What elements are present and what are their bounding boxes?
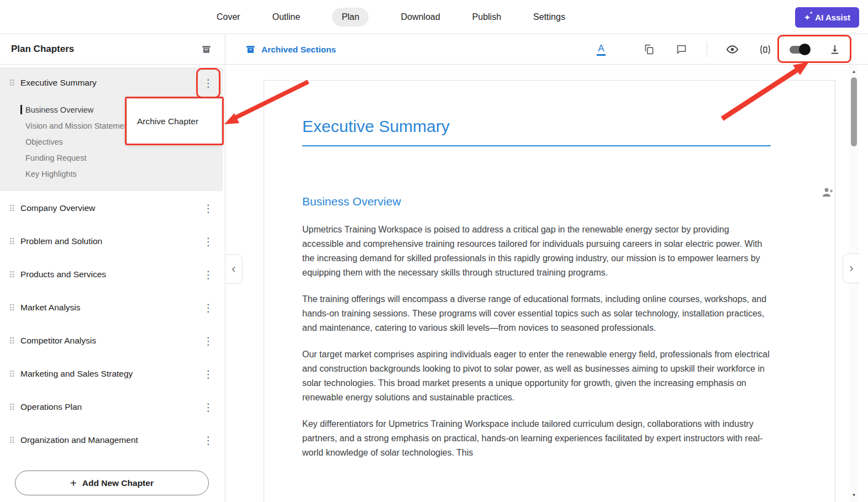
drag-handle-icon[interactable]: ⠿	[9, 304, 15, 312]
tab-download[interactable]: Download	[401, 12, 440, 22]
chapter-label: Marketing and Sales Strategy	[20, 369, 202, 379]
drag-handle-icon[interactable]: ⠿	[9, 403, 15, 411]
page-layout-icon[interactable]	[756, 34, 775, 65]
nav-tabs: Cover Outline Plan Download Publish Sett…	[217, 0, 565, 34]
sidebar-header: Plan Chapters	[0, 34, 225, 65]
top-navigation: Cover Outline Plan Download Publish Sett…	[0, 0, 868, 34]
text-color-icon[interactable]: A	[592, 34, 611, 65]
ai-assist-button[interactable]: ✦✦ AI Assist	[795, 7, 859, 28]
chapter-label: Organization and Management	[20, 435, 202, 445]
kebab-menu-icon[interactable]: ⋮	[202, 303, 215, 313]
mode-toggle-switch[interactable]	[787, 34, 812, 65]
chapter-label: Competitor Analysis	[20, 336, 202, 346]
drag-handle-icon[interactable]: ⠿	[9, 436, 15, 445]
drag-handle-icon[interactable]: ⠿	[9, 370, 15, 378]
chapter-list: ⠿ Company Overview ⋮ ⠿ Problem and Solut…	[0, 192, 223, 457]
chapter-label: Problem and Solution	[20, 236, 202, 246]
tab-plan[interactable]: Plan	[332, 8, 369, 27]
kebab-menu-icon[interactable]: ⋮	[202, 203, 215, 214]
kebab-menu-icon[interactable]: ⋮	[202, 402, 215, 413]
drag-handle-icon[interactable]: ⠿	[9, 204, 15, 213]
kebab-menu-icon[interactable]: ⋮	[202, 336, 215, 346]
document-canvas: Executive Summary Business Overview Upme…	[225, 65, 868, 502]
section-item-key-highlights[interactable]: Key Highlights	[0, 166, 223, 182]
add-collaborator-icon[interactable]	[821, 186, 834, 201]
add-new-chapter-button[interactable]: + Add New Chapter	[15, 471, 209, 495]
section-heading: Business Overview	[302, 195, 771, 208]
drag-handle-icon[interactable]: ⠿	[9, 79, 15, 87]
tab-publish[interactable]: Publish	[472, 12, 501, 22]
kebab-menu-icon[interactable]: ⋮	[202, 270, 215, 280]
tab-settings[interactable]: Settings	[533, 12, 565, 22]
kebab-menu-icon[interactable]: ⋮	[202, 435, 215, 446]
kebab-menu-icon[interactable]: ⋮	[202, 369, 215, 379]
chapter-label: Market Analysis	[20, 303, 202, 313]
section-item-funding-request[interactable]: Funding Request	[0, 150, 223, 166]
download-icon[interactable]	[825, 34, 844, 65]
paragraph: Our target market comprises aspiring ind…	[302, 347, 771, 405]
scrollbar-thumb[interactable]	[851, 77, 857, 146]
chapter-label: Company Overview	[20, 203, 202, 213]
document-title: Executive Summary	[302, 117, 771, 146]
tab-cover[interactable]: Cover	[217, 12, 240, 22]
sidebar-title: Plan Chapters	[11, 44, 199, 55]
editor-toolbar: Archived Sections A	[225, 34, 868, 65]
add-chapter-label: Add New Chapter	[82, 478, 154, 488]
archived-sections-button[interactable]: Archived Sections	[245, 34, 336, 65]
drag-handle-icon[interactable]: ⠿	[9, 237, 15, 246]
paragraph: Upmetrics Training Workspace is poised t…	[302, 223, 771, 280]
archive-icon	[245, 44, 256, 55]
chapter-label: Operations Plan	[20, 402, 202, 412]
drag-handle-icon[interactable]: ⠿	[9, 271, 15, 279]
drag-handle-icon[interactable]: ⠿	[9, 337, 15, 345]
app-window: Cover Outline Plan Download Publish Sett…	[0, 0, 868, 502]
copy-pages-icon[interactable]	[639, 34, 658, 65]
scroll-up-arrow[interactable]: ▲	[849, 67, 859, 76]
paragraph: Key differentiators for Upmetrics Traini…	[302, 417, 771, 460]
chapter-row-organization-management[interactable]: ⠿ Organization and Management ⋮	[0, 424, 223, 457]
chapter-row-competitor-analysis[interactable]: ⠿ Competitor Analysis ⋮	[0, 324, 223, 357]
ai-assist-label: AI Assist	[815, 13, 850, 22]
collapse-panel-chevron[interactable]: ›	[843, 253, 860, 283]
chapter-row-products-and-services[interactable]: ⠿ Products and Services ⋮	[0, 258, 223, 291]
vertical-scrollbar[interactable]: ▲ ▼	[849, 65, 859, 502]
tab-outline[interactable]: Outline	[272, 12, 301, 22]
toolbar-divider	[707, 42, 707, 57]
comment-icon[interactable]	[672, 34, 691, 65]
archive-chapter-menu-item[interactable]: Archive Chapter	[127, 117, 198, 126]
document-page[interactable]: Executive Summary Business Overview Upme…	[264, 80, 835, 502]
plus-icon: +	[70, 478, 77, 489]
chapter-row-marketing-sales-strategy[interactable]: ⠿ Marketing and Sales Strategy ⋮	[0, 357, 223, 390]
chapter-row-market-analysis[interactable]: ⠿ Market Analysis ⋮	[0, 291, 223, 324]
archived-sections-label: Archived Sections	[261, 45, 336, 55]
chapter-row-problem-and-solution[interactable]: ⠿ Problem and Solution ⋮	[0, 225, 223, 258]
sparkle-icon: ✦✦	[804, 13, 811, 22]
collapse-sidebar-chevron[interactable]: ‹	[225, 254, 243, 284]
scroll-down-arrow[interactable]: ▼	[849, 490, 859, 500]
kebab-menu-icon[interactable]: ⋮	[202, 78, 215, 88]
chapter-row-executive-summary[interactable]: ⠿ Executive Summary ⋮	[0, 67, 223, 98]
preview-eye-icon[interactable]	[723, 34, 741, 65]
kebab-menu-icon[interactable]: ⋮	[202, 236, 215, 247]
chapter-label: Executive Summary	[20, 78, 202, 88]
archive-box-icon[interactable]	[199, 42, 214, 57]
chapter-label: Products and Services	[20, 270, 202, 279]
chapter-row-operations-plan[interactable]: ⠿ Operations Plan ⋮	[0, 390, 223, 424]
chapter-context-menu: Archive Chapter	[127, 99, 222, 144]
chapter-row-company-overview[interactable]: ⠿ Company Overview ⋮	[0, 192, 223, 225]
paragraph: The training offerings will encompass a …	[302, 292, 771, 335]
